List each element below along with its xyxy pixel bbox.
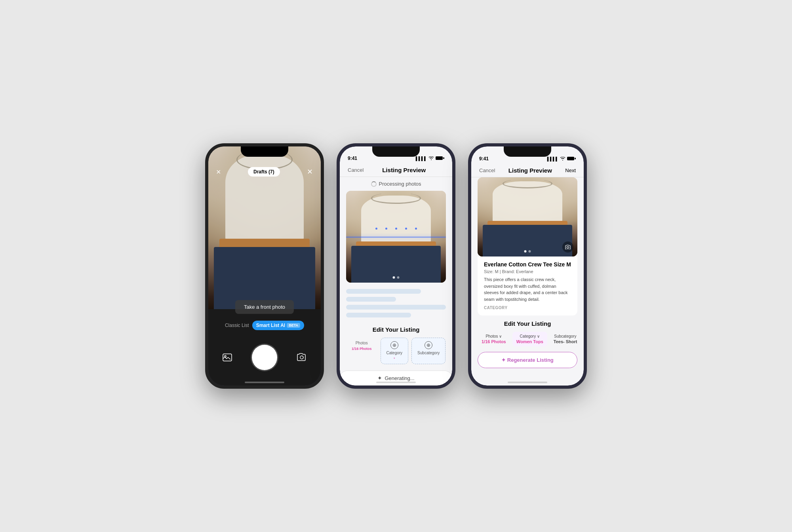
smart-list-label: Smart List AI bbox=[256, 323, 286, 328]
product-title: Everlane Cotton Crew Tee Size M bbox=[484, 261, 571, 268]
scan-dot-5 bbox=[415, 228, 417, 230]
edit-listing-section-3: Edit Your Listing Photos ∨ 1/16 Photos C… bbox=[471, 315, 584, 347]
status-time-2: 9:41 bbox=[348, 156, 357, 161]
image-pagination-dots-2 bbox=[393, 276, 400, 279]
phones-container: × Drafts (7) ✕ Take a front photo Classi… bbox=[205, 143, 587, 389]
listing-preview-title-2: Listing Preview bbox=[382, 167, 426, 173]
flip-camera-icon[interactable] bbox=[295, 350, 309, 365]
notch-3 bbox=[504, 146, 551, 157]
drafts-badge[interactable]: Drafts (7) bbox=[248, 167, 280, 177]
status-icons-3: ▌▌▌▌ bbox=[547, 156, 576, 162]
edit-tabs-3: Photos ∨ 1/16 Photos Category ∨ Women To… bbox=[478, 332, 577, 347]
category-section-label: CATEGORY bbox=[484, 306, 571, 310]
next-button-3[interactable]: Next bbox=[565, 167, 576, 173]
close-icon[interactable]: × bbox=[216, 167, 221, 177]
scan-dot-2 bbox=[385, 228, 387, 230]
subcategory-tab-2[interactable]: ⊕ Subcategory bbox=[411, 338, 446, 364]
battery-icon bbox=[436, 156, 444, 161]
listing-preview-title-3: Listing Preview bbox=[508, 167, 552, 174]
photos-value-3: 1/16 Photos bbox=[482, 339, 506, 344]
category-tab-label: Category bbox=[386, 351, 403, 355]
image-pagination-dots-3 bbox=[524, 250, 531, 253]
generating-label: Generating... bbox=[385, 375, 414, 381]
listing-product-image bbox=[478, 177, 577, 256]
photos-tab-2[interactable]: Photos 1/16 Photos bbox=[346, 338, 377, 364]
category-tab-2[interactable]: ⊕ Category * bbox=[381, 338, 409, 364]
svg-rect-5 bbox=[567, 157, 574, 160]
home-indicator-3 bbox=[508, 382, 547, 383]
phone-1: × Drafts (7) ✕ Take a front photo Classi… bbox=[205, 143, 324, 389]
listing-dot-1 bbox=[524, 250, 527, 253]
edit-listing-section-2: Edit Your Listing Photos 1/16 Photos ⊕ C… bbox=[340, 321, 452, 365]
camera-controls bbox=[208, 345, 321, 370]
phone-2: 9:41 ▌▌▌▌ bbox=[337, 143, 455, 389]
scan-dot-4 bbox=[405, 228, 407, 230]
category-value-3: Women Tops bbox=[516, 339, 543, 344]
camera-bottom: Classic List Smart List AI BETA bbox=[208, 309, 321, 386]
generating-bar: ✦ Generating... bbox=[340, 370, 452, 386]
cancel-button-2[interactable]: Cancel bbox=[348, 167, 364, 173]
product-meta: Size: M | Brand: Everlane bbox=[484, 269, 571, 274]
signal-icon-3: ▌▌▌▌ bbox=[547, 157, 558, 161]
skeleton-line-4 bbox=[346, 313, 411, 317]
beta-badge: BETA bbox=[287, 323, 300, 328]
svg-point-2 bbox=[300, 356, 303, 359]
battery-icon-3 bbox=[567, 156, 576, 162]
skeleton-line-3 bbox=[346, 305, 446, 310]
category-icon: ⊕ bbox=[390, 341, 398, 349]
scan-dots bbox=[346, 228, 446, 230]
processing-screen: 9:41 ▌▌▌▌ bbox=[340, 146, 452, 386]
subcategory-tab-3[interactable]: Subcategory ∨ Tees- Short... bbox=[550, 332, 577, 346]
camera-x-icon[interactable]: ✕ bbox=[307, 167, 313, 176]
signal-icon: ▌▌▌▌ bbox=[416, 156, 427, 161]
dot-2-2 bbox=[397, 276, 400, 279]
sparkle-icon: ✦ bbox=[377, 375, 382, 381]
scan-line bbox=[346, 237, 446, 238]
status-time-3: 9:41 bbox=[479, 156, 489, 162]
listing-content: Everlane Cotton Crew Tee Size M Size: M … bbox=[478, 256, 577, 315]
gallery-icon[interactable] bbox=[220, 350, 234, 365]
category-label-3: Category ∨ bbox=[520, 334, 540, 338]
smart-list-toggle[interactable]: Smart List AI BETA bbox=[252, 321, 304, 330]
dot-1-2 bbox=[393, 276, 395, 279]
photos-label-3: Photos ∨ bbox=[485, 334, 502, 338]
processing-spinner bbox=[371, 181, 377, 187]
svg-point-7 bbox=[567, 247, 569, 249]
photo-hint: Take a front photo bbox=[235, 300, 294, 314]
phone-3: 9:41 ▌▌▌▌ bbox=[468, 143, 587, 389]
screen-3: 9:41 ▌▌▌▌ bbox=[471, 146, 584, 386]
svg-rect-6 bbox=[575, 158, 576, 160]
listing-toggle: Classic List Smart List AI BETA bbox=[225, 321, 304, 330]
photos-tab-sublabel: 1/16 Photos bbox=[352, 347, 372, 351]
home-indicator-1 bbox=[245, 382, 284, 383]
nav-bar-3: Cancel Listing Preview Next bbox=[471, 164, 584, 177]
edit-photo-icon[interactable] bbox=[562, 241, 573, 253]
classic-list-label[interactable]: Classic List bbox=[225, 323, 249, 328]
edit-listing-title-3: Edit Your Listing bbox=[478, 320, 577, 327]
cancel-button-3[interactable]: Cancel bbox=[479, 167, 495, 173]
home-indicator-2 bbox=[376, 382, 416, 383]
category-tab-3[interactable]: Category ∨ Women Tops bbox=[512, 332, 547, 346]
scan-dot-1 bbox=[375, 228, 377, 230]
scan-dot-3 bbox=[395, 228, 397, 230]
product-description: This piece offers a classic crew neck, o… bbox=[484, 276, 571, 302]
photos-tab-label: Photos bbox=[356, 341, 368, 345]
processing-text: Processing photos bbox=[379, 181, 421, 187]
wifi-icon bbox=[428, 156, 434, 161]
edit-tabs-2: Photos 1/16 Photos ⊕ Category * ⊕ Subc bbox=[346, 338, 446, 365]
svg-rect-4 bbox=[443, 158, 444, 159]
skeleton-loading bbox=[340, 283, 452, 321]
photos-tab-3[interactable]: Photos ∨ 1/16 Photos bbox=[478, 332, 510, 346]
regenerate-listing-button[interactable]: ✦ Regenerate Listing bbox=[478, 352, 577, 368]
edit-listing-title-2: Edit Your Listing bbox=[346, 326, 446, 333]
processing-product-image bbox=[346, 191, 446, 283]
screen-1: × Drafts (7) ✕ Take a front photo Classi… bbox=[208, 146, 321, 386]
subcategory-tab-label: Subcategory bbox=[417, 351, 440, 355]
subcategory-label-3: Subcategory ∨ bbox=[554, 334, 577, 338]
notch-1 bbox=[241, 146, 288, 157]
svg-rect-3 bbox=[436, 156, 443, 160]
camera-shutter-button[interactable] bbox=[252, 345, 277, 370]
screen-2: 9:41 ▌▌▌▌ bbox=[340, 146, 452, 386]
wifi-icon-3 bbox=[560, 157, 565, 162]
processing-status: Processing photos bbox=[340, 177, 452, 191]
